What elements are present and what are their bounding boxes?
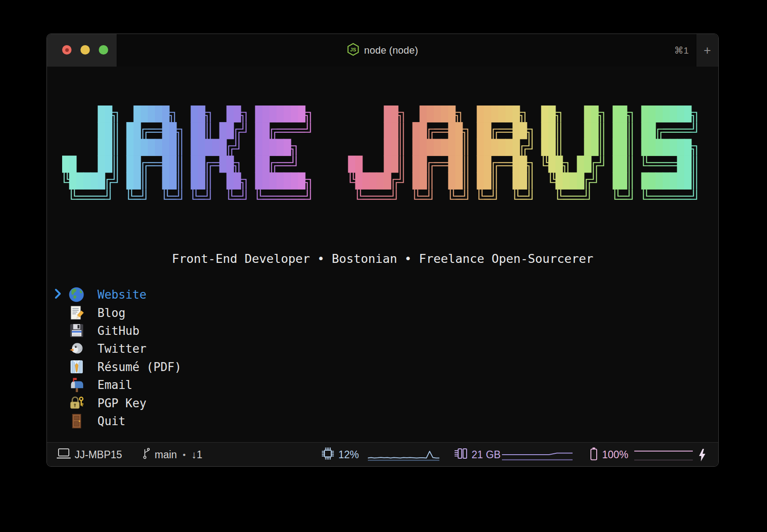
menu-item-label: Twitter <box>97 342 147 355</box>
battery-icon <box>590 447 598 463</box>
node-js-icon: JS <box>347 43 359 58</box>
menu-item-resume[interactable]: Résumé (PDF) <box>47 358 360 376</box>
git-segment: main • ↓1 <box>143 443 202 467</box>
globe-icon <box>67 286 85 304</box>
menu-item-label: Quit <box>97 414 126 428</box>
battery-graph <box>633 443 694 467</box>
ascii-banner <box>62 106 699 206</box>
menu-item-label: GitHub <box>97 324 139 338</box>
menu-item-label: Résumé (PDF) <box>97 360 181 374</box>
cpu-percent: 12% <box>338 449 359 461</box>
memory-segment: 21 GB <box>454 443 501 467</box>
menu-item-twitter[interactable]: Twitter <box>47 340 360 358</box>
menu-item-email[interactable]: Email <box>47 376 360 394</box>
tab-shortcut: ⌘1 <box>674 34 689 67</box>
active-tab[interactable] <box>47 34 117 67</box>
window-title: node (node) <box>364 45 418 56</box>
memory-value: 21 GB <box>472 449 501 461</box>
memory-icon <box>454 448 468 463</box>
link-menu: Website Blog <box>47 286 360 430</box>
menu-item-label: PGP Key <box>97 397 147 410</box>
door-icon <box>67 412 85 430</box>
git-branch-icon <box>143 448 151 462</box>
laptop-icon <box>57 448 71 462</box>
tab-bar: JS node (node) ⌘1 + <box>47 34 718 67</box>
close-button[interactable] <box>62 45 72 55</box>
menu-item-quit[interactable]: Quit <box>47 412 360 430</box>
selection-chevron-icon <box>54 288 62 301</box>
cpu-segment: 12% <box>321 443 359 467</box>
menu-item-label: Website <box>97 288 147 301</box>
hostname-segment: JJ-MBP15 <box>57 443 122 467</box>
menu-item-blog[interactable]: Blog <box>47 304 360 321</box>
terminal-window[interactable]: JS node (node) ⌘1 + Front-End Developer … <box>46 34 719 467</box>
git-dirty-dot: • <box>183 450 186 460</box>
bird-icon <box>67 340 85 358</box>
minimize-button[interactable] <box>80 45 90 55</box>
memory-graph <box>501 443 573 467</box>
memo-icon <box>67 304 85 322</box>
battery-percent: 100% <box>602 449 628 461</box>
necktie-icon <box>67 358 85 376</box>
svg-text:JS: JS <box>350 47 356 52</box>
menu-item-label: Email <box>97 378 132 392</box>
floppy-disk-icon <box>67 322 85 340</box>
status-bar: JJ-MBP15 main • ↓1 <box>47 442 718 467</box>
git-branch-label: main <box>155 449 177 461</box>
new-tab-button[interactable]: + <box>696 34 718 67</box>
tagline: Front-End Developer • Bostonian • Freela… <box>47 252 718 266</box>
menu-item-label: Blog <box>97 306 126 320</box>
menu-item-pgp[interactable]: PGP Key <box>47 394 360 412</box>
cpu-chip-icon <box>321 447 334 463</box>
window-title-group: JS node (node) <box>347 34 418 67</box>
lightning-bolt-icon <box>699 443 706 467</box>
menu-item-website[interactable]: Website <box>47 286 360 304</box>
battery-segment: 100% <box>590 443 628 467</box>
hostname-label: JJ-MBP15 <box>75 449 122 461</box>
mailbox-icon <box>67 376 85 394</box>
lock-key-icon <box>67 394 85 412</box>
zoom-button[interactable] <box>99 45 108 55</box>
terminal-screen[interactable]: Front-End Developer • Bostonian • Freela… <box>47 67 718 442</box>
cpu-sparkline <box>367 443 441 467</box>
git-behind-count: ↓1 <box>192 449 202 461</box>
menu-item-github[interactable]: GitHub <box>47 322 360 340</box>
